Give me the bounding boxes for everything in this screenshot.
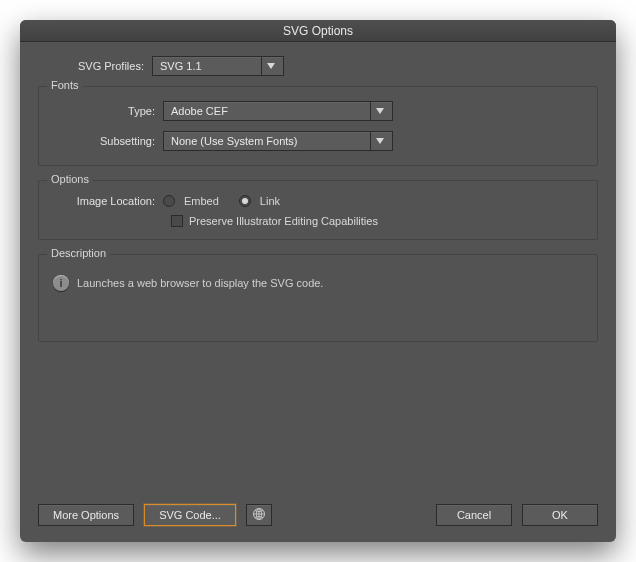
font-subsetting-value: None (Use System Fonts) (171, 135, 364, 147)
font-type-row: Type: Adobe CEF (49, 101, 587, 121)
font-subsetting-select[interactable]: None (Use System Fonts) (163, 131, 393, 151)
options-legend: Options (47, 173, 93, 185)
svg-profiles-value: SVG 1.1 (160, 60, 255, 72)
fonts-legend: Fonts (47, 79, 83, 91)
font-subsetting-label: Subsetting: (49, 135, 163, 147)
image-location-radios: Embed Link (163, 195, 280, 207)
link-radio[interactable] (239, 195, 251, 207)
font-subsetting-row: Subsetting: None (Use System Fonts) (49, 131, 587, 151)
info-icon: i (53, 275, 69, 291)
more-options-button[interactable]: More Options (38, 504, 134, 526)
dialog-footer: More Options SVG Code... Cancel OK (38, 504, 598, 526)
font-type-label: Type: (49, 105, 163, 117)
description-text: Launches a web browser to display the SV… (77, 277, 323, 289)
svg-code-button[interactable]: SVG Code... (144, 504, 236, 526)
globe-icon (252, 507, 266, 523)
browser-preview-button[interactable] (246, 504, 272, 526)
chevron-down-icon (261, 57, 279, 75)
description-row: i Launches a web browser to display the … (49, 269, 587, 303)
font-type-select[interactable]: Adobe CEF (163, 101, 393, 121)
dialog-content: SVG Profiles: SVG 1.1 Fonts Type: Adobe … (20, 42, 616, 370)
svg-profiles-select[interactable]: SVG 1.1 (152, 56, 284, 76)
cancel-label: Cancel (457, 509, 491, 521)
image-location-row: Image Location: Embed Link (49, 195, 587, 207)
options-fieldset: Options Image Location: Embed Link Prese… (38, 180, 598, 240)
embed-radio-label: Embed (184, 195, 219, 207)
cancel-button[interactable]: Cancel (436, 504, 512, 526)
description-fieldset: Description i Launches a web browser to … (38, 254, 598, 342)
more-options-label: More Options (53, 509, 119, 521)
image-location-label: Image Location: (49, 195, 163, 207)
chevron-down-icon (370, 132, 388, 150)
ok-button[interactable]: OK (522, 504, 598, 526)
ok-label: OK (552, 509, 568, 521)
preserve-row: Preserve Illustrator Editing Capabilitie… (171, 215, 587, 227)
fonts-fieldset: Fonts Type: Adobe CEF Subsetting: None (… (38, 86, 598, 166)
link-radio-label: Link (260, 195, 280, 207)
preserve-label: Preserve Illustrator Editing Capabilitie… (189, 215, 378, 227)
embed-radio[interactable] (163, 195, 175, 207)
description-legend: Description (47, 247, 110, 259)
window-title: SVG Options (283, 24, 353, 38)
preserve-checkbox[interactable] (171, 215, 183, 227)
svg-profiles-label: SVG Profiles: (38, 60, 152, 72)
svg-code-label: SVG Code... (159, 509, 221, 521)
svg-profiles-row: SVG Profiles: SVG 1.1 (38, 56, 598, 76)
chevron-down-icon (370, 102, 388, 120)
font-type-value: Adobe CEF (171, 105, 364, 117)
svg-options-dialog: SVG Options SVG Profiles: SVG 1.1 Fonts … (20, 20, 616, 542)
titlebar: SVG Options (20, 20, 616, 42)
